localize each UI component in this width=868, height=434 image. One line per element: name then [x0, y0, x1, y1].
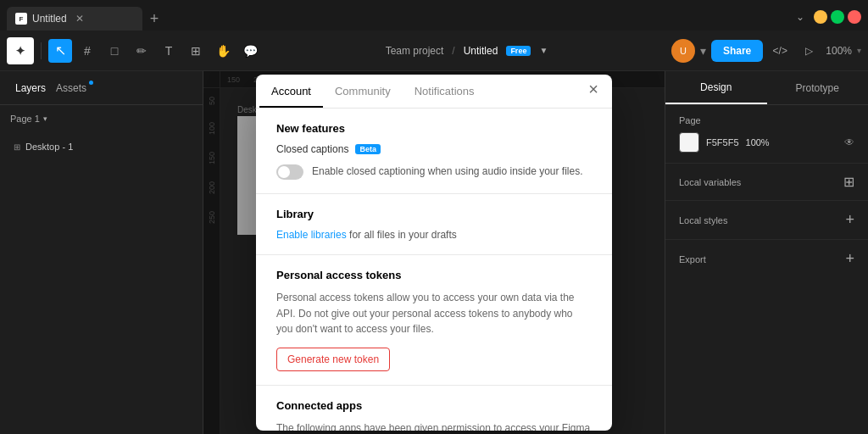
caption-label: Closed captions: [276, 143, 348, 155]
layers-content: ⊞ Desktop - 1: [0, 132, 203, 434]
export-section: Export +: [665, 240, 868, 278]
local-styles-section: Local styles +: [665, 201, 868, 240]
modal-tab-account[interactable]: Account: [259, 75, 323, 108]
pen-tool-btn[interactable]: ✏: [130, 39, 153, 63]
design-tab[interactable]: Design: [665, 71, 767, 104]
library-title: Library: [276, 208, 592, 220]
color-row: F5F5F5 100% 👁: [679, 132, 854, 153]
local-variables-section: Local variables ⊞: [665, 164, 868, 201]
personal-tokens-section: Personal access tokens Personal access t…: [256, 255, 612, 386]
chrome-tabbar: F Untitled ✕ + ⌄: [0, 0, 868, 31]
settings-modal: Account Community Notifications × New fe…: [256, 75, 612, 431]
layer-item[interactable]: ⊞ Desktop - 1: [10, 139, 192, 154]
avatar[interactable]: U: [671, 39, 695, 63]
connected-apps-title: Connected apps: [276, 399, 592, 412]
page-section: Page F5F5F5 100% 👁: [665, 105, 868, 164]
minimize-btn[interactable]: [814, 10, 827, 24]
visibility-icon[interactable]: 👁: [844, 136, 854, 148]
export-label: Export: [679, 254, 706, 264]
captions-toggle[interactable]: [276, 164, 303, 180]
project-name: Team project: [386, 45, 444, 57]
main-layout: Layers Assets Page 1 ▾ ⊞ Desktop - 1 150…: [0, 71, 868, 434]
toolbar-center: Team project / Untitled Free ▼: [265, 45, 668, 57]
new-tab-btn[interactable]: +: [142, 7, 166, 31]
zoom-dropdown-icon[interactable]: ▾: [857, 46, 861, 55]
assets-dot: [89, 81, 93, 85]
file-menu-arrow[interactable]: ▼: [539, 46, 548, 55]
chrome-tab[interactable]: F Untitled ✕: [7, 7, 142, 31]
library-description: Enable libraries for all files in your d…: [276, 229, 592, 241]
assets-tab[interactable]: Assets: [51, 79, 92, 97]
hand-tool-btn[interactable]: ✋: [211, 39, 235, 63]
tab-title: Untitled: [32, 13, 67, 25]
modal-header: Account Community Notifications ×: [256, 75, 612, 108]
modal-tab-community[interactable]: Community: [323, 75, 403, 108]
tokens-title: Personal access tokens: [276, 269, 592, 281]
plan-badge: Free: [506, 46, 531, 56]
local-variables-settings-btn[interactable]: ⊞: [843, 174, 854, 190]
toggle-row: Enable closed captioning when using audi…: [276, 164, 592, 180]
enable-libraries-link[interactable]: Enable libraries: [276, 229, 347, 241]
modal-body: New features Closed captions Beta Enable…: [256, 108, 612, 431]
add-local-style-btn[interactable]: +: [845, 211, 854, 229]
add-export-btn[interactable]: +: [845, 250, 854, 268]
local-variables-label: Local variables: [679, 177, 741, 187]
avatar-dropdown-icon[interactable]: ▾: [700, 44, 706, 58]
right-panel: Design Prototype Page F5F5F5 100% 👁 Loca…: [665, 71, 868, 434]
connected-apps-section: Connected apps The following apps have b…: [256, 386, 612, 431]
shapes-tool-btn[interactable]: □: [103, 39, 126, 63]
frame-tool-btn[interactable]: #: [75, 39, 99, 63]
breadcrumb-sep: /: [452, 45, 454, 57]
color-swatch[interactable]: [679, 132, 699, 153]
local-styles-row: Local styles +: [679, 211, 854, 229]
export-row: Export +: [679, 250, 854, 268]
local-variables-row: Local variables ⊞: [679, 174, 854, 190]
page-selector[interactable]: Page 1 ▾: [0, 105, 203, 132]
layers-tab[interactable]: Layers: [10, 79, 51, 97]
tokens-description: Personal access tokens allow you to acce…: [276, 290, 592, 337]
library-section: Library Enable libraries for all files i…: [256, 194, 612, 255]
text-tool-btn[interactable]: T: [157, 39, 181, 63]
maximize-btn[interactable]: [831, 10, 844, 24]
caption-label-row: Closed captions Beta: [276, 143, 592, 155]
layer-icon: ⊞: [14, 142, 20, 152]
comment-tool-btn[interactable]: 💬: [238, 39, 262, 63]
toggle-thumb: [278, 166, 290, 178]
file-name: Untitled: [464, 45, 498, 57]
tab-favicon: F: [15, 13, 27, 25]
left-panel: Layers Assets Page 1 ▾ ⊞ Desktop - 1: [0, 71, 203, 434]
toggle-label: Enable closed captioning when using audi…: [312, 164, 583, 179]
canvas-area: 150 200 250 300 350 400 450 500 550 600 …: [203, 71, 665, 434]
toolbar-separator: [41, 42, 42, 59]
share-button[interactable]: Share: [711, 40, 763, 62]
modal-overlay: Account Community Notifications × New fe…: [203, 71, 665, 434]
figma-toolbar: ✦ ↖ # □ ✏ T ⊞ ✋ 💬 Team project / Untitle…: [0, 31, 868, 71]
color-value: F5F5F5: [706, 137, 739, 147]
panel-tabs: Layers Assets: [0, 71, 203, 105]
page-section-title: Page: [679, 115, 854, 125]
new-features-title: New features: [276, 122, 592, 135]
color-percent: 100%: [746, 137, 770, 147]
present-view-btn[interactable]: ▷: [797, 39, 821, 63]
zoom-level[interactable]: 100%: [826, 45, 852, 57]
tab-close-btn[interactable]: ✕: [75, 13, 84, 25]
back-btn[interactable]: ⌄: [790, 7, 810, 27]
close-btn[interactable]: [848, 10, 861, 24]
right-panel-tabs: Design Prototype: [665, 71, 868, 105]
select-tool-btn[interactable]: ↖: [48, 39, 72, 63]
prototype-tab[interactable]: Prototype: [767, 71, 869, 104]
modal-tab-notifications[interactable]: Notifications: [403, 75, 487, 108]
window-controls: ⌄: [790, 7, 861, 27]
modal-close-btn[interactable]: ×: [581, 78, 605, 102]
local-styles-label: Local styles: [679, 215, 727, 225]
toolbar-right: U ▾ Share </> ▷ 100% ▾: [671, 39, 861, 63]
page-dropdown-icon: ▾: [43, 114, 47, 123]
new-features-section: New features Closed captions Beta Enable…: [256, 108, 612, 194]
connected-apps-description: The following apps have been given permi…: [276, 420, 592, 431]
figma-logo-btn[interactable]: ✦: [7, 37, 34, 64]
code-view-btn[interactable]: </>: [768, 39, 792, 63]
beta-badge: Beta: [355, 144, 381, 154]
generate-token-btn[interactable]: Generate new token: [276, 348, 390, 371]
component-tool-btn[interactable]: ⊞: [184, 39, 208, 63]
